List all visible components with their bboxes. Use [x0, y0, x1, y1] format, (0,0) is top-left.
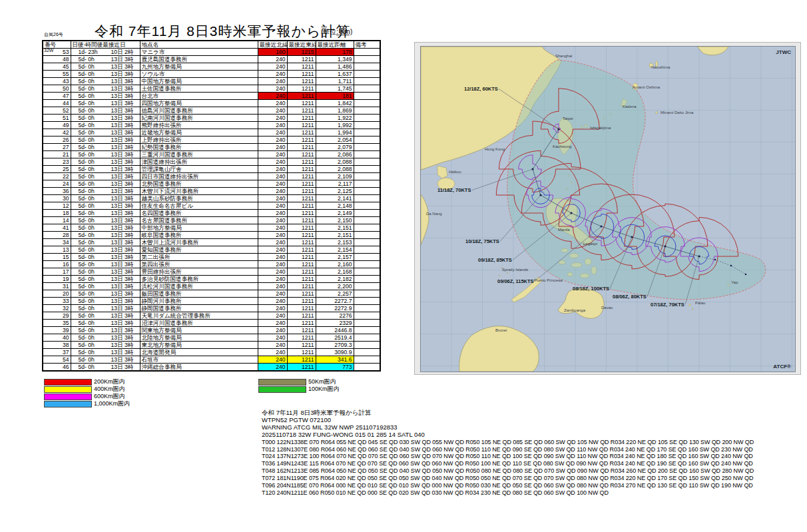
cell-location-name[interactable]: 住友生命名古屋ビル — [140, 202, 258, 210]
cell-lon[interactable]: 1211 — [287, 115, 316, 122]
cell-lat[interactable]: 240 — [258, 305, 287, 312]
cell-remark[interactable] — [354, 166, 380, 173]
cell-remark[interactable] — [354, 312, 380, 320]
col-header-name[interactable]: 地点名 — [140, 41, 258, 49]
cell-distance[interactable]: 2,168 — [316, 268, 354, 276]
cell-remark[interactable] — [354, 349, 380, 356]
cell-distance[interactable]: 2,149 — [316, 210, 354, 217]
cell-offset-date[interactable]: 5d- 0h13日 3時 — [71, 334, 140, 342]
cell-lat[interactable]: 240 — [258, 210, 287, 217]
cell-location-name[interactable]: 名四国道事務所 — [140, 210, 258, 217]
cell-distance[interactable]: 2,151 — [316, 224, 354, 232]
cell-offset-date[interactable]: 5d- 0h13日 3時 — [71, 129, 140, 136]
cell-offset-date[interactable]: 5d- 0h13日 3時 — [71, 239, 140, 246]
cell-lat[interactable]: 240 — [258, 239, 287, 246]
cell-offset-date[interactable]: 5d- 0h13日 3時 — [71, 100, 140, 107]
cell-remark[interactable] — [354, 290, 380, 298]
cell-location-name[interactable]: 北陸地方整備局 — [140, 334, 258, 342]
cell-offset-date[interactable]: 5d- 0h13日 3時 — [71, 93, 140, 100]
cell-offset-date[interactable]: 5d- 0h13日 3時 — [71, 151, 140, 158]
cell-distance[interactable]: 2,257 — [316, 290, 354, 298]
cell-distance[interactable]: 2,088 — [316, 158, 354, 166]
cell-lat[interactable]: 240 — [258, 327, 287, 334]
cell-distance[interactable]: 2,182 — [316, 276, 354, 283]
cell-remark[interactable] — [354, 254, 380, 261]
cell-lon[interactable]: 1211 — [287, 195, 316, 202]
cell-offset-date[interactable]: 5d- 0h13日 3時 — [71, 173, 140, 180]
col-header-lat[interactable]: 最接近北緯 — [258, 41, 287, 49]
cell-remark[interactable] — [354, 356, 380, 364]
cell-lat[interactable]: 240 — [258, 56, 287, 63]
cell-lon[interactable]: 1211 — [287, 129, 316, 136]
cell-lat[interactable]: 240 — [258, 144, 287, 151]
cell-lat[interactable]: 240 — [258, 115, 287, 122]
cell-location-name[interactable]: 飯田国道事務所 — [140, 290, 258, 298]
cell-distance[interactable]: 341.6 — [316, 356, 354, 364]
cell-distance[interactable]: 181 — [316, 93, 354, 100]
col-header-number[interactable]: 番号 — [43, 41, 71, 49]
cell-offset-date[interactable]: 5d- 0h13日 3時 — [71, 210, 140, 217]
cell-offset-date[interactable]: 5d- 0h13日 3時 — [71, 78, 140, 85]
cell-distance[interactable]: 3090.9 — [316, 349, 354, 356]
cell-lon[interactable]: 1211 — [287, 210, 316, 217]
cell-location-name[interactable]: 木曽川下流河川事務所 — [140, 188, 258, 195]
cell-remark[interactable] — [354, 151, 380, 158]
cell-distance[interactable]: 2,150 — [316, 217, 354, 224]
cell-remark[interactable] — [354, 93, 380, 100]
cell-lat[interactable]: 240 — [258, 195, 287, 202]
cell-remark[interactable] — [354, 246, 380, 254]
cell-distance[interactable]: 2709.3 — [316, 342, 354, 349]
cell-location-name[interactable]: 徳島河川国道事務所 — [140, 107, 258, 115]
cell-location-name[interactable]: 管理課亀山庁舎 — [140, 166, 258, 173]
cell-lat[interactable]: 240 — [258, 158, 287, 166]
cell-distance[interactable]: 1,922 — [316, 115, 354, 122]
cell-remark[interactable] — [354, 158, 380, 166]
cell-lat[interactable]: 240 — [258, 93, 287, 100]
cell-distance[interactable]: 1,992 — [316, 122, 354, 129]
cell-distance[interactable]: 2272.7 — [316, 298, 354, 305]
cell-remark[interactable] — [354, 334, 380, 342]
cell-location-name[interactable]: 関東地方整備局 — [140, 327, 258, 334]
cell-location-name[interactable]: 九州地方整備局 — [140, 63, 258, 71]
cell-lon[interactable]: 1211 — [287, 56, 316, 63]
cell-remark[interactable] — [354, 85, 380, 93]
cell-lon[interactable]: 1211 — [287, 173, 316, 180]
cell-offset-date[interactable]: 5d- 0h13日 3時 — [71, 195, 140, 202]
cell-offset-date[interactable]: 5d- 0h13日 3時 — [71, 224, 140, 232]
cell-lon[interactable]: 1211 — [287, 107, 316, 115]
cell-location-name[interactable]: 越美山系砂防事務所 — [140, 195, 258, 202]
cell-offset-date[interactable]: 5d- 0h13日 3時 — [71, 276, 140, 283]
cell-lon[interactable]: 1211 — [287, 342, 316, 349]
cell-location-name[interactable]: 静岡河川事務所 — [140, 298, 258, 305]
cell-distance[interactable]: 773 — [316, 364, 354, 372]
cell-lat[interactable]: 240 — [258, 276, 287, 283]
cell-distance[interactable]: 1,842 — [316, 100, 354, 107]
cell-lon[interactable]: 1211 — [287, 202, 316, 210]
cell-distance[interactable]: 2,157 — [316, 254, 354, 261]
cell-remark[interactable] — [354, 188, 380, 195]
cell-location-name[interactable]: 中部地方整備局 — [140, 224, 258, 232]
cell-lat[interactable]: 240 — [258, 290, 287, 298]
cell-remark[interactable] — [354, 129, 380, 136]
cell-location-name[interactable]: 紀勢国道事務所 — [140, 144, 258, 151]
cell-lat[interactable]: 240 — [258, 63, 287, 71]
cell-location-name[interactable]: 第四出張所 — [140, 261, 258, 268]
cell-remark[interactable] — [354, 71, 380, 78]
cell-lon[interactable]: 1211 — [287, 224, 316, 232]
cell-distance[interactable]: 2446.8 — [316, 327, 354, 334]
cell-remark[interactable] — [354, 202, 380, 210]
cell-remark[interactable] — [354, 232, 380, 239]
cell-location-name[interactable]: 津国道維持出張所 — [140, 158, 258, 166]
cell-lat[interactable]: 240 — [258, 71, 287, 78]
cell-lon[interactable]: 1211 — [287, 268, 316, 276]
cell-location-name[interactable]: 上野維持出張所 — [140, 136, 258, 144]
cell-remark[interactable] — [354, 298, 380, 305]
cell-lon[interactable]: 1211 — [287, 334, 316, 342]
cell-lat[interactable]: 240 — [258, 151, 287, 158]
cell-distance[interactable]: 2,153 — [316, 239, 354, 246]
cell-location-name[interactable]: 多治見砂防国道事務所 — [140, 276, 258, 283]
cell-location-name[interactable]: 第二出張所 — [140, 254, 258, 261]
cell-offset-date[interactable]: 5d- 0h13日 3時 — [71, 364, 140, 372]
cell-lon[interactable]: 1211 — [287, 298, 316, 305]
cell-offset-date[interactable]: 5d- 0h13日 3時 — [71, 122, 140, 129]
